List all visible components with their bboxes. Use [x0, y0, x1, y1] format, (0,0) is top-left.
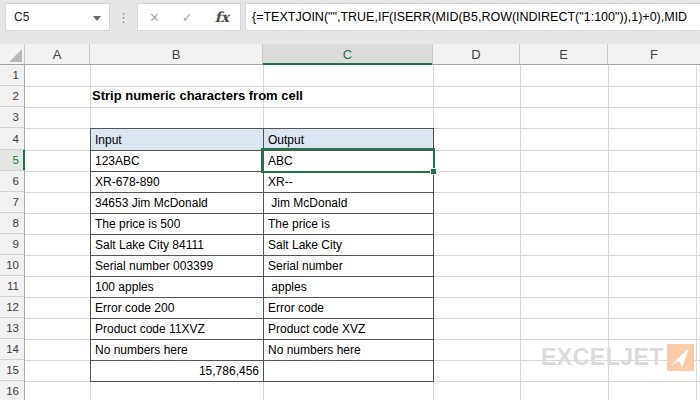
cell-C14[interactable]: No numbers here: [264, 340, 434, 361]
name-box-value: C5: [14, 10, 29, 24]
column-header-a[interactable]: A: [25, 44, 90, 64]
row-header-3[interactable]: 3: [0, 107, 24, 128]
exceljet-logo: EXCELJET: [541, 343, 694, 371]
table-row-9: Salt Lake City 84111 Salt Lake City: [91, 235, 434, 256]
cell-B12[interactable]: Error code 200: [91, 298, 264, 319]
table-row-6: XR-678-890 XR--: [91, 172, 434, 193]
cell-B9[interactable]: Salt Lake City 84111: [91, 235, 264, 256]
cell-C6[interactable]: XR--: [264, 172, 434, 193]
row-header-6[interactable]: 6: [0, 171, 24, 192]
cell-C8[interactable]: The price is: [264, 214, 434, 235]
select-all-icon: [9, 49, 22, 62]
table-row-12: Error code 200 Error code: [91, 298, 434, 319]
row-header-7[interactable]: 7: [0, 192, 24, 213]
cell-B4-input-header[interactable]: Input: [91, 129, 264, 151]
separator-dots-icon: ⋮: [117, 3, 130, 31]
table-row-8: The price is 500 The price is: [91, 214, 434, 235]
cell-B5[interactable]: 123ABC: [91, 151, 264, 172]
table-row-10: Serial number 003399 Serial number: [91, 256, 434, 277]
column-header-d[interactable]: D: [433, 44, 520, 64]
cell-C10[interactable]: Serial number: [264, 256, 434, 277]
table-row-11: 100 apples apples: [91, 277, 434, 298]
name-box[interactable]: C5: [5, 3, 110, 31]
column-headers: A B C D E F: [0, 44, 700, 65]
column-header-f[interactable]: F: [608, 44, 700, 64]
formula-text: {=TEXTJOIN("",TRUE,IF(ISERR(MID(B5,ROW(I…: [246, 10, 687, 24]
cell-B10[interactable]: Serial number 003399: [91, 256, 264, 277]
logo-wordmark: EXCELJET: [541, 344, 664, 371]
row-header-12[interactable]: 12: [0, 297, 24, 318]
formula-bar-chrome: C5 ⋮ ✕ ✓ fx {=TEXTJOIN("",TRUE,IF(ISERR(…: [0, 0, 700, 44]
cancel-icon[interactable]: ✕: [149, 10, 160, 25]
column-header-e[interactable]: E: [520, 44, 608, 64]
cell-C4-output-header[interactable]: Output: [264, 129, 434, 151]
example-table: Input Output 123ABC ABC XR-678-890 XR-- …: [90, 128, 434, 382]
row-header-1[interactable]: 1: [0, 65, 24, 86]
row-header-15[interactable]: 15: [0, 360, 24, 381]
insert-function-icon[interactable]: fx: [215, 9, 229, 25]
cell-B11[interactable]: 100 apples: [91, 277, 264, 298]
table-row-5: 123ABC ABC: [91, 151, 434, 172]
row-headers: 1 2 3 4 5 6 7 8 9 10 11 12 13 14 15 16: [0, 65, 25, 400]
select-all-button[interactable]: [0, 44, 25, 64]
row-header-8[interactable]: 8: [0, 213, 24, 234]
row-header-10[interactable]: 10: [0, 255, 24, 276]
page-title[interactable]: Strip numeric characters from cell: [92, 88, 303, 103]
table-row-14: No numbers here No numbers here: [91, 340, 434, 361]
table-row-7: 34653 Jim McDonald Jim McDonald: [91, 193, 434, 214]
row-header-5-selected[interactable]: 5: [0, 150, 24, 171]
cell-C11[interactable]: apples: [264, 277, 434, 298]
table-row-13: Product code 11XVZ Product code XVZ: [91, 319, 434, 340]
table-header-row: Input Output: [91, 129, 434, 151]
column-header-b[interactable]: B: [90, 44, 263, 64]
row-header-11[interactable]: 11: [0, 276, 24, 297]
enter-icon[interactable]: ✓: [182, 10, 193, 25]
formula-buttons: ✕ ✓ fx: [137, 3, 241, 31]
cell-B8[interactable]: The price is 500: [91, 214, 264, 235]
cell-C9[interactable]: Salt Lake City: [264, 235, 434, 256]
row-header-4[interactable]: 4: [0, 128, 24, 150]
fill-handle[interactable]: [430, 168, 437, 175]
cell-C13[interactable]: Product code XVZ: [264, 319, 434, 340]
gridlines-horizontal: [25, 86, 700, 87]
table-row-15: 15,786,456: [91, 361, 434, 382]
row-header-16[interactable]: 16: [0, 381, 24, 400]
name-box-dropdown-icon[interactable]: [93, 16, 101, 21]
row-header-14[interactable]: 14: [0, 339, 24, 360]
cell-B13[interactable]: Product code 11XVZ: [91, 319, 264, 340]
cell-C15[interactable]: [264, 361, 434, 382]
row-header-9[interactable]: 9: [0, 234, 24, 255]
formula-input[interactable]: {=TEXTJOIN("",TRUE,IF(ISERR(MID(B5,ROW(I…: [245, 3, 700, 31]
row-header-2[interactable]: 2: [0, 86, 24, 107]
column-header-c-selected[interactable]: C: [263, 44, 433, 64]
paper-plane-icon: [667, 344, 694, 371]
cell-C7[interactable]: Jim McDonald: [264, 193, 434, 214]
cell-B7[interactable]: 34653 Jim McDonald: [91, 193, 264, 214]
cell-B14[interactable]: No numbers here: [91, 340, 264, 361]
cell-B15[interactable]: 15,786,456: [91, 361, 264, 382]
cell-B6[interactable]: XR-678-890: [91, 172, 264, 193]
cell-C12[interactable]: Error code: [264, 298, 434, 319]
cell-C5-selected[interactable]: ABC: [264, 151, 434, 172]
row-header-13[interactable]: 13: [0, 318, 24, 339]
